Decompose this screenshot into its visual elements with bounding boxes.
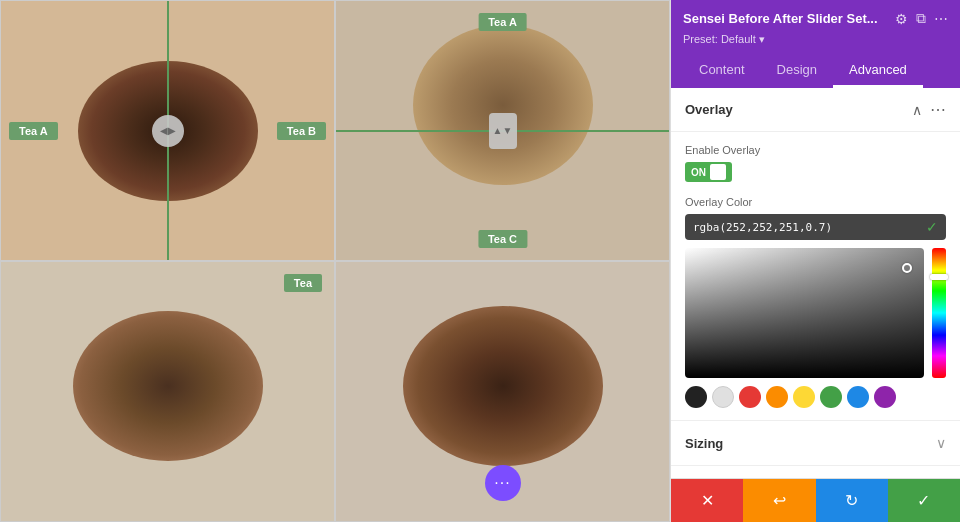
overlay-section-header: Overlay ∧ ⋯: [671, 88, 960, 132]
label-tea-a: Tea A: [9, 122, 58, 140]
panel-footer: ✕ ↩ ↻ ✓: [671, 478, 960, 522]
sizing-chevron-icon: ∨: [936, 435, 946, 451]
tab-design[interactable]: Design: [761, 54, 833, 88]
tea-bg-3: Tea: [1, 262, 334, 521]
toggle-on-text: ON: [691, 167, 706, 178]
label-tea-b: Tea B: [277, 122, 326, 140]
overlay-title: Overlay: [685, 102, 733, 117]
tea-mound-4: [403, 306, 603, 466]
swatch-black[interactable]: [685, 386, 707, 408]
refresh-icon: ↻: [845, 491, 858, 510]
tea-bg-2: ▲▼ Tea A Tea C: [336, 1, 669, 260]
panel-title-icons: ⚙ ⧉ ⋯: [895, 10, 948, 27]
color-confirm-icon[interactable]: ✓: [926, 219, 938, 235]
cancel-button[interactable]: ✕: [671, 479, 743, 522]
tea-mound-3: [73, 311, 263, 461]
more-icon[interactable]: ⋯: [934, 11, 948, 27]
confirm-icon: ✓: [917, 491, 930, 510]
reset-button[interactable]: ↩: [743, 479, 815, 522]
panel-header: Sensei Before After Slider Set... ⚙ ⧉ ⋯ …: [671, 0, 960, 88]
swatch-green[interactable]: [820, 386, 842, 408]
panel-tabs: Content Design Advanced: [683, 54, 948, 88]
swatch-blue[interactable]: [847, 386, 869, 408]
canvas-cell-2: ▲▼ Tea A Tea C: [335, 0, 670, 261]
settings-panel: Sensei Before After Slider Set... ⚙ ⧉ ⋯ …: [670, 0, 960, 522]
refresh-button[interactable]: ↻: [816, 479, 888, 522]
responsive-icon[interactable]: ⧉: [916, 10, 926, 27]
toggle-knob: [710, 164, 726, 180]
canvas-cell-4: ···: [335, 261, 670, 522]
swatch-yellow[interactable]: [793, 386, 815, 408]
color-hue-strip[interactable]: [932, 248, 946, 378]
toggle-row: ON: [685, 162, 946, 182]
sizing-section[interactable]: Sizing ∨: [671, 420, 960, 465]
color-picker-wrapper: [685, 248, 946, 378]
swatch-orange[interactable]: [766, 386, 788, 408]
sizing-title: Sizing: [685, 436, 723, 451]
swatch-light-gray[interactable]: [712, 386, 734, 408]
label-tea-c: Tea C: [478, 230, 527, 248]
label-tea-a-2: Tea A: [478, 13, 527, 31]
enable-overlay-label: Enable Overlay: [685, 144, 946, 156]
tab-content[interactable]: Content: [683, 54, 761, 88]
canvas-cell-3: Tea: [0, 261, 335, 522]
cancel-icon: ✕: [701, 491, 714, 510]
overlay-color-label: Overlay Color: [685, 196, 946, 208]
confirm-button[interactable]: ✓: [888, 479, 960, 522]
gradient-cursor: [902, 263, 912, 273]
overlay-section-controls: ∧ ⋯: [912, 100, 946, 119]
panel-body: Overlay ∧ ⋯ Enable Overlay ON Overlay Co…: [671, 88, 960, 478]
color-gradient-canvas[interactable]: [685, 248, 924, 378]
panel-title-row: Sensei Before After Slider Set... ⚙ ⧉ ⋯: [683, 10, 948, 27]
slider-handle-1[interactable]: ◀▶: [152, 115, 184, 147]
settings-icon[interactable]: ⚙: [895, 11, 908, 27]
swatch-purple[interactable]: [874, 386, 896, 408]
panel-preset[interactable]: Preset: Default ▾: [683, 33, 948, 46]
tea-bg-4: ···: [336, 262, 669, 521]
tab-advanced[interactable]: Advanced: [833, 54, 923, 88]
purple-dots-button[interactable]: ···: [485, 465, 521, 501]
reset-icon: ↩: [773, 491, 786, 510]
canvas-cell-1: ◀▶ Tea A Tea B: [0, 0, 335, 261]
canvas-grid: ◀▶ Tea A Tea B ▲▼ Tea A Tea C Tea: [0, 0, 670, 522]
enable-overlay-toggle[interactable]: ON: [685, 162, 732, 182]
panel-title: Sensei Before After Slider Set...: [683, 11, 895, 26]
tea-bg-1: ◀▶ Tea A Tea B: [1, 1, 334, 260]
hue-indicator: [930, 274, 948, 280]
tea-mound-2: [413, 25, 593, 185]
color-input-row: rgba(252,252,251,0.7) ✓: [685, 214, 946, 240]
overlay-section-body: Enable Overlay ON Overlay Color rgba(252…: [671, 132, 960, 420]
color-value-text[interactable]: rgba(252,252,251,0.7): [693, 221, 926, 234]
swatch-red[interactable]: [739, 386, 761, 408]
label-tea-3: Tea: [284, 274, 322, 292]
color-swatches: [685, 386, 946, 408]
spacing-section[interactable]: Spacing ∨: [671, 465, 960, 478]
overlay-chevron-icon[interactable]: ∧: [912, 102, 922, 118]
slider-handle-2[interactable]: ▲▼: [489, 113, 517, 149]
overlay-options-icon[interactable]: ⋯: [930, 100, 946, 119]
canvas-area: ◀▶ Tea A Tea B ▲▼ Tea A Tea C Tea: [0, 0, 670, 522]
